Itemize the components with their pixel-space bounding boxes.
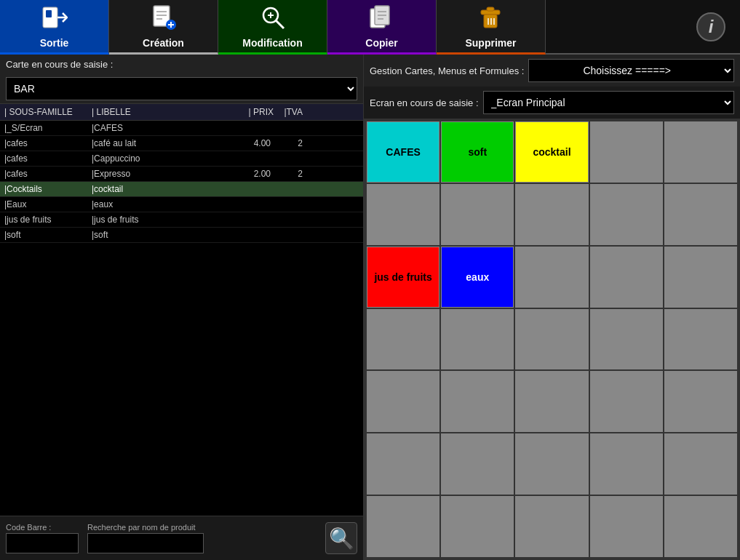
supprimer-icon [478,4,504,34]
grid-cell [664,121,737,183]
carte-select[interactable]: BAR [6,77,357,100]
svg-rect-24 [487,7,494,11]
col-lib-header: | LIBELLE [92,107,223,117]
grid-cell [590,433,663,495]
cell-sous: |_S/Ecran [4,123,92,133]
ecran-label: Ecran en cours de saisie : [370,97,479,108]
left-panel: Carte en cours de saisie : BAR | SOUS-FA… [0,55,364,560]
table-row[interactable]: |soft |soft [0,228,363,243]
cell-sous: |soft [4,230,92,240]
grid-cell [664,371,737,432]
table-row[interactable]: |cafes |Cappuccino [0,151,363,167]
grid-cell [441,309,514,370]
cell-lib: |soft [92,230,223,240]
bottom-search: Code Barre : Recherche par nom de produi… [0,516,363,560]
grid-cell[interactable]: soft [441,121,514,183]
gestion-select[interactable]: Choisissez =====> [528,59,734,82]
table-row[interactable]: |jus de fruits |jus de fruits [0,212,363,228]
cell-tva: 2 [274,138,303,148]
grid-cell [590,247,663,308]
cell-sous: |Eaux [4,199,92,209]
cell-lib: |cocktail [92,184,223,194]
grid-cell [515,496,588,557]
cell-lib: |café au lait [92,138,223,148]
supprimer-button[interactable]: Supprimer [437,0,546,55]
modification-button[interactable]: Modification [218,0,327,55]
grid-cell[interactable]: CAFES [367,121,439,183]
recherche-label: Recherche par nom de produit [87,523,204,532]
creation-button[interactable]: Création [109,0,218,55]
modification-label: Modification [242,37,302,49]
cell-lib: |jus de fruits [92,215,223,225]
grid-cell [515,309,588,370]
grid-cell [367,496,439,557]
magnifier-icon: 🔍 [329,527,354,551]
grid-cell [515,371,588,432]
grid-cell [590,496,663,557]
top-navigation: Sortie Création Modification [0,0,740,55]
cell-lib: |Expresso [92,169,223,179]
grid-cell[interactable]: jus de fruits [367,247,439,308]
cell-tva: 2 [274,169,303,179]
info-icon[interactable]: i [696,12,725,41]
copier-button[interactable]: Copier [327,0,437,55]
svg-line-11 [276,20,284,28]
code-barre-group: Code Barre : [6,523,79,553]
button-grid: CAFESsoftcocktailjus de fruitseaux [364,119,740,560]
grid-cell [590,309,663,370]
grid-cell [515,184,588,245]
col-prix-header: | PRIX [223,107,274,117]
grid-cell [441,433,514,495]
grid-cell [664,496,737,557]
carte-label: Carte en cours de saisie : [0,55,363,74]
svg-rect-20 [484,15,497,28]
grid-cell [367,184,439,245]
cell-sous: |Cocktails [4,184,92,194]
grid-cell [664,309,737,370]
grid-cell[interactable]: cocktail [515,121,588,183]
table-row[interactable]: |cafes |café au lait 4.00 2 [0,136,363,151]
code-barre-input[interactable] [6,533,79,553]
cell-lib: |Cappuccino [92,153,223,164]
copier-icon [369,4,395,34]
ecran-select[interactable]: _Ecran Principal [483,91,734,114]
copier-label: Copier [365,37,397,49]
creation-label: Création [143,37,184,49]
ecran-row: Ecran en cours de saisie : _Ecran Princi… [364,87,740,119]
supprimer-label: Supprimer [465,37,516,49]
cell-prix: 2.00 [223,169,274,179]
cell-lib: |eaux [92,199,223,209]
table-row[interactable]: |_S/Ecran |CAFES [0,121,363,136]
grid-cell [367,433,439,495]
sortie-icon [41,4,68,34]
grid-cell [664,184,737,245]
recherche-group: Recherche par nom de produit [87,523,204,553]
modification-icon [260,4,286,34]
sortie-button[interactable]: Sortie [0,0,109,55]
nav-right: i [546,0,740,53]
table-row[interactable]: |cafes |Expresso 2.00 2 [0,167,363,182]
grid-cell [441,496,514,557]
svg-rect-1 [46,10,52,17]
grid-cell[interactable]: eaux [441,247,514,308]
code-barre-label: Code Barre : [6,523,79,532]
col-sous-header: | SOUS-FAMILLE [4,107,92,117]
cell-sous: |cafes [4,138,92,148]
sortie-label: Sortie [40,37,69,49]
grid-cell [664,433,737,495]
cell-prix: 4.00 [223,138,274,148]
grid-cell [590,121,663,183]
right-panel: Gestion Cartes, Menus et Formules : Choi… [364,55,740,560]
search-button[interactable]: 🔍 [325,522,357,554]
cell-sous: |cafes [4,153,92,164]
main-area: Carte en cours de saisie : BAR | SOUS-FA… [0,55,740,560]
grid-cell [441,371,514,432]
table-row[interactable]: |Cocktails |cocktail [0,182,363,197]
cell-lib: |CAFES [92,123,223,133]
cell-sous: |jus de fruits [4,215,92,225]
table-body: |_S/Ecran |CAFES |cafes |café au lait 4.… [0,121,363,516]
carte-select-row: BAR [0,74,363,103]
table-row[interactable]: |Eaux |eaux [0,197,363,212]
table-header: | SOUS-FAMILLE | LIBELLE | PRIX |TVA [0,103,363,121]
recherche-input[interactable] [87,533,204,553]
